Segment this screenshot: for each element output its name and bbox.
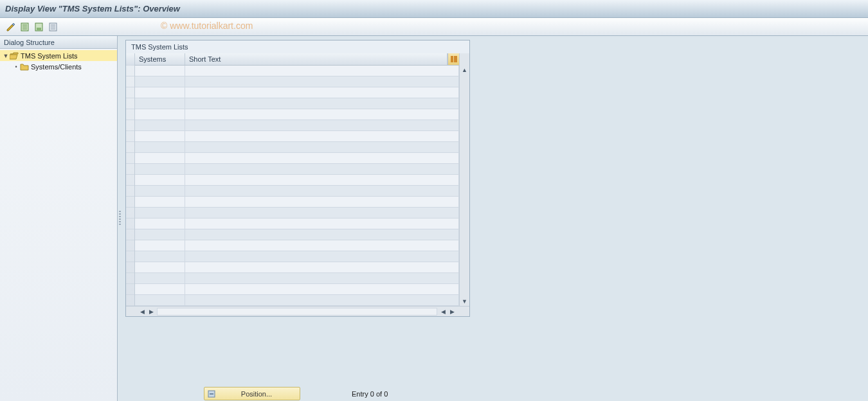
svg-rect-10 xyxy=(451,56,453,62)
row-header[interactable] xyxy=(126,295,134,306)
scroll-left2-icon[interactable]: ◀ xyxy=(439,307,448,316)
tree-bullet-icon: • xyxy=(13,64,19,70)
table-row[interactable] xyxy=(135,164,459,175)
vertical-scrollbar[interactable]: ▲ ▼ xyxy=(459,53,469,306)
main: Dialog Structure ▼ TMS System Lists • Sy… xyxy=(0,36,868,401)
table-row[interactable] xyxy=(135,186,459,197)
scroll-down-icon[interactable]: ▼ xyxy=(460,297,469,306)
titlebar-text: Display View "TMS System Lists": Overvie… xyxy=(5,4,180,13)
table-row[interactable] xyxy=(135,109,459,120)
row-header[interactable] xyxy=(126,284,134,295)
table-row[interactable] xyxy=(135,175,459,186)
watermark: © www.tutorialkart.com xyxy=(161,21,253,31)
row-header[interactable] xyxy=(126,109,134,120)
svg-rect-13 xyxy=(210,393,213,395)
row-header-column xyxy=(126,53,135,306)
table-row[interactable] xyxy=(135,76,459,87)
horizontal-scrollbar[interactable]: ◀ ▶ ◀ ▶ xyxy=(126,306,469,316)
row-header[interactable] xyxy=(126,251,134,262)
row-header[interactable] xyxy=(126,164,134,175)
change-icon[interactable] xyxy=(5,21,17,33)
tree-node-tms-system-lists[interactable]: ▼ TMS System Lists xyxy=(0,50,117,61)
table-row[interactable] xyxy=(135,197,459,208)
grid-tms-system-lists: TMS System Lists xyxy=(125,40,470,317)
position-button[interactable]: Position... xyxy=(204,387,300,400)
scroll-right-icon[interactable]: ▶ xyxy=(147,307,156,316)
folder-closed-icon xyxy=(19,63,30,71)
table-row[interactable] xyxy=(135,229,459,240)
table-row[interactable] xyxy=(135,251,459,262)
tree-body: ▼ TMS System Lists • Systems/Clients xyxy=(0,49,117,401)
row-header[interactable] xyxy=(126,76,134,87)
tree-node-label: Systems/Clients xyxy=(30,63,82,71)
table-row[interactable] xyxy=(135,120,459,131)
grid-title: TMS System Lists xyxy=(126,40,469,53)
content-area: TMS System Lists xyxy=(122,36,868,401)
table-row[interactable] xyxy=(135,240,459,251)
row-header[interactable] xyxy=(126,120,134,131)
row-header[interactable] xyxy=(126,66,134,76)
entry-count-text: Entry 0 of 0 xyxy=(352,390,388,398)
toolbar: © www.tutorialkart.com xyxy=(0,18,868,36)
row-header[interactable] xyxy=(126,175,134,186)
tree-node-systems-clients[interactable]: • Systems/Clients xyxy=(0,61,117,72)
print-icon[interactable] xyxy=(48,21,59,33)
scroll-left-icon[interactable]: ◀ xyxy=(138,307,147,316)
position-icon xyxy=(207,389,216,398)
grid-body: Systems Short Text xyxy=(126,53,469,306)
svg-rect-5 xyxy=(37,28,41,30)
column-header-shorttext[interactable]: Short Text xyxy=(185,53,448,65)
titlebar: Display View "TMS System Lists": Overvie… xyxy=(0,0,868,18)
select-all-icon[interactable] xyxy=(19,21,31,33)
row-header[interactable] xyxy=(126,98,134,109)
row-header[interactable] xyxy=(126,208,134,218)
row-header[interactable] xyxy=(126,142,134,153)
svg-rect-11 xyxy=(454,56,457,62)
table-row[interactable] xyxy=(135,284,459,295)
row-header-top xyxy=(126,53,134,66)
folder-open-icon xyxy=(9,52,19,60)
row-header[interactable] xyxy=(126,131,134,142)
grid-columns: Systems Short Text xyxy=(135,53,459,306)
scroll-up-icon[interactable]: ▲ xyxy=(460,66,469,75)
table-row[interactable] xyxy=(135,98,459,109)
table-row[interactable] xyxy=(135,66,459,76)
position-button-label: Position... xyxy=(220,390,300,398)
row-header[interactable] xyxy=(126,186,134,197)
scroll-right2-icon[interactable]: ▶ xyxy=(448,307,457,316)
save-icon[interactable] xyxy=(33,21,45,33)
tree-collapse-icon[interactable]: ▼ xyxy=(3,53,9,59)
footer: Position... Entry 0 of 0 xyxy=(125,387,640,400)
row-header[interactable] xyxy=(126,262,134,273)
row-header[interactable] xyxy=(126,240,134,251)
table-row[interactable] xyxy=(135,142,459,153)
column-header-row: Systems Short Text xyxy=(135,53,459,66)
table-settings-icon[interactable] xyxy=(448,53,459,65)
table-row[interactable] xyxy=(135,262,459,273)
hscroll-track[interactable] xyxy=(157,308,437,316)
row-header[interactable] xyxy=(126,153,134,164)
table-row[interactable] xyxy=(135,218,459,229)
table-row[interactable] xyxy=(135,208,459,218)
table-row[interactable] xyxy=(135,131,459,142)
table-row[interactable] xyxy=(135,295,459,306)
row-header[interactable] xyxy=(126,197,134,208)
tree-node-label: TMS System Lists xyxy=(19,52,78,60)
row-header[interactable] xyxy=(126,218,134,229)
column-header-systems[interactable]: Systems xyxy=(135,53,185,65)
row-header[interactable] xyxy=(126,273,134,284)
row-header[interactable] xyxy=(126,87,134,98)
row-header[interactable] xyxy=(126,229,134,240)
tree-header: Dialog Structure xyxy=(0,36,117,49)
table-row[interactable] xyxy=(135,273,459,284)
table-row[interactable] xyxy=(135,87,459,98)
table-row[interactable] xyxy=(135,153,459,164)
grid-rows xyxy=(135,66,459,306)
dialog-structure-panel: Dialog Structure ▼ TMS System Lists • Sy… xyxy=(0,36,118,401)
